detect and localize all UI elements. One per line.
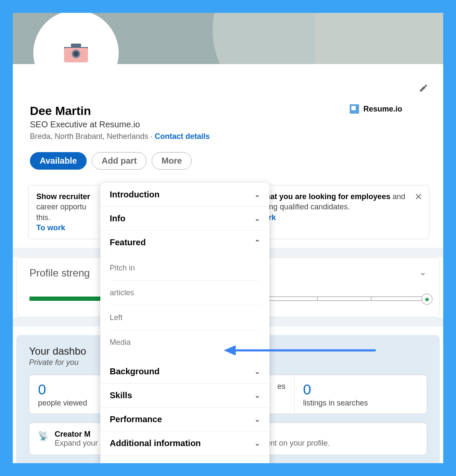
strength-track: 🔒 ★ xyxy=(263,297,427,301)
dropdown-item-additional-information[interactable]: Additional information ⌄ xyxy=(100,432,269,455)
chevron-down-icon: ⌄ xyxy=(254,391,260,400)
satellite-icon: 📡 xyxy=(38,431,49,441)
dropdown-item-featured[interactable]: Featured ⌃ xyxy=(100,231,269,254)
profile-location: Breda, North Brabant, Netherlands xyxy=(30,132,148,141)
profile-page: Resume.io Dee Martin SEO Executive at Re… xyxy=(13,13,443,463)
dropdown-item-supported-languages[interactable]: Supported Languages ⌄ xyxy=(100,455,269,463)
dropdown-item-skills[interactable]: Skills ⌄ xyxy=(100,384,269,408)
banner-decor xyxy=(315,13,443,64)
chevron-down-icon: ⌄ xyxy=(254,367,260,376)
add-part-dropdown: Introduction ⌄ Info ⌄ Featured ⌃ Pitch i… xyxy=(100,183,269,463)
profile-header: Resume.io Dee Martin SEO Executive at Re… xyxy=(13,104,443,177)
edit-profile-button[interactable] xyxy=(417,81,430,95)
svg-marker-1 xyxy=(224,345,236,356)
strength-progress xyxy=(29,297,101,301)
add-part-button[interactable]: Add part xyxy=(92,152,146,170)
chevron-down-icon: ⌄ xyxy=(254,191,260,199)
banner-decor xyxy=(213,13,324,64)
profile-action-buttons: Available Add part More xyxy=(30,152,428,170)
to-work-link[interactable]: To work xyxy=(36,223,65,232)
available-button[interactable]: Available xyxy=(30,152,87,170)
close-icon[interactable]: ✕ xyxy=(415,191,422,203)
dropdown-item-background[interactable]: Background ⌄ xyxy=(100,360,269,384)
more-button[interactable]: More xyxy=(152,152,192,170)
current-company[interactable]: Resume.io xyxy=(350,104,402,114)
dropdown-item-introduction[interactable]: Introduction ⌄ xyxy=(100,183,269,207)
annotation-arrow-icon xyxy=(224,344,376,357)
dashboard-stat[interactable]: 0 listings in searches xyxy=(295,375,427,414)
dropdown-item-info[interactable]: Info ⌄ xyxy=(100,207,269,231)
dropdown-subitem-left[interactable]: Left xyxy=(110,306,260,330)
star-icon: ★ xyxy=(421,294,433,305)
company-name: Resume.io xyxy=(363,105,402,114)
stat-label: listings in searches xyxy=(303,399,418,408)
camera-icon xyxy=(64,44,88,62)
dropdown-item-performance[interactable]: Performance ⌄ xyxy=(100,408,269,432)
profile-headline: SEO Executive at Resume.io xyxy=(30,120,428,129)
dropdown-subitem-articles[interactable]: articles xyxy=(110,281,260,306)
chevron-down-icon: ⌄ xyxy=(254,415,260,423)
chevron-down-icon: ⌄ xyxy=(254,214,260,223)
pencil-icon xyxy=(419,83,428,93)
chevron-up-icon: ⌃ xyxy=(254,238,260,247)
chevron-down-icon[interactable]: ⌄ xyxy=(419,267,427,277)
company-logo-icon xyxy=(350,104,359,114)
profile-location-row: Breda, North Brabant, Netherlands · Cont… xyxy=(30,132,428,141)
chevron-down-icon: ⌄ xyxy=(254,439,260,447)
stat-number: 0 xyxy=(303,381,418,398)
contact-details-link[interactable]: Contact details xyxy=(155,132,210,141)
avatar[interactable] xyxy=(33,13,119,96)
dropdown-subitem-pitch-in[interactable]: Pitch in xyxy=(110,256,260,281)
